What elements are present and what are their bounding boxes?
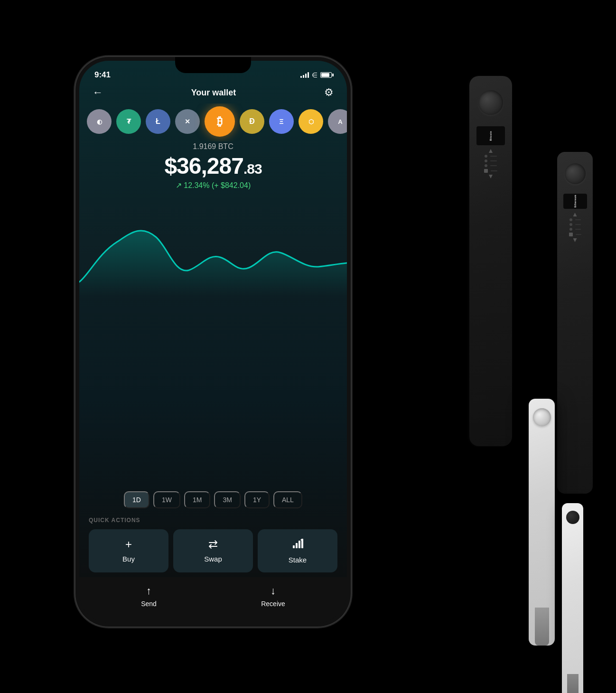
time-filter-all[interactable]: ALL bbox=[273, 491, 302, 508]
hw-icon-row-3 bbox=[485, 159, 497, 162]
stake-icon bbox=[292, 538, 303, 552]
hw-sec-up-icon bbox=[573, 213, 577, 216]
ledger-nano-white bbox=[529, 399, 555, 646]
hw-sec-line-1 bbox=[575, 219, 581, 220]
hw-sec-plus-icon bbox=[569, 233, 573, 236]
bottom-bar: ↑ Send ↓ Receive bbox=[79, 577, 347, 623]
time-filters: 1D 1W 1M 3M 1Y ALL bbox=[79, 487, 347, 515]
hw-icon-row-4 bbox=[485, 164, 497, 167]
hw-icons-grid bbox=[484, 149, 497, 178]
signal-icon bbox=[300, 72, 309, 78]
hw-sec-row-5 bbox=[569, 233, 581, 236]
phone: 9:41 ∈ ← Your wallet bbox=[75, 57, 351, 627]
svg-rect-3 bbox=[301, 539, 303, 548]
usd-cents: .83 bbox=[243, 161, 262, 177]
settings-button[interactable]: ⚙ bbox=[324, 86, 334, 99]
hw-screen-text: Bitcoin bbox=[489, 131, 492, 140]
hw-sec-dot-3 bbox=[569, 228, 572, 231]
time-filter-1w[interactable]: 1W bbox=[153, 491, 180, 508]
buy-button[interactable]: + Buy bbox=[89, 529, 168, 572]
coin-item-litecoin[interactable]: Ł bbox=[146, 109, 170, 134]
coin-item-tether[interactable]: ₮ bbox=[116, 109, 141, 134]
hw-dot-2 bbox=[485, 159, 487, 162]
quick-actions-section: QUICK ACTIONS + Buy ⇄ Swap bbox=[79, 515, 347, 577]
hw-down-icon bbox=[489, 175, 493, 178]
hw-sec-line-4 bbox=[576, 234, 581, 235]
hw-icon-row-2 bbox=[485, 155, 497, 158]
coin-item-xrp[interactable]: ✕ bbox=[175, 109, 200, 134]
hw-sec-line-3 bbox=[575, 229, 581, 230]
svg-rect-0 bbox=[293, 545, 295, 548]
hw-dot-1 bbox=[485, 155, 487, 158]
swap-button[interactable]: ⇄ Swap bbox=[173, 529, 253, 572]
hw-sec-dot-2 bbox=[569, 223, 572, 226]
ledger-nano-x-secondary: Ethereum bbox=[557, 152, 593, 494]
coin-item-bitcoin[interactable]: ₿ bbox=[205, 106, 235, 137]
swap-label: Swap bbox=[204, 555, 222, 563]
hw-secondary-button[interactable] bbox=[565, 163, 586, 184]
receive-button[interactable]: ↓ Receive bbox=[261, 585, 285, 608]
balance-change: ↗ 12.34% (+ $842.04) bbox=[89, 181, 337, 190]
hw-nano2-connector bbox=[567, 674, 579, 693]
send-label: Send bbox=[141, 600, 157, 608]
hw-line-4 bbox=[491, 170, 497, 171]
hw-line-2 bbox=[490, 160, 497, 161]
coin-row: ◐ ₮ Ł ✕ ₿ Ð Ξ ⬡ A bbox=[79, 103, 347, 141]
hw-sec-line-2 bbox=[575, 224, 581, 225]
send-button[interactable]: ↑ Send bbox=[141, 585, 157, 608]
hw-nano-connector bbox=[535, 608, 549, 646]
coin-item-ethereum[interactable]: Ξ bbox=[269, 109, 294, 134]
phone-screen: 9:41 ∈ ← Your wallet bbox=[79, 61, 347, 623]
battery-icon bbox=[320, 72, 332, 78]
hw-main-button[interactable] bbox=[478, 90, 503, 115]
hw-sec-dot-1 bbox=[569, 218, 572, 221]
btc-balance: 1.9169 BTC bbox=[89, 142, 337, 151]
time-filter-3m[interactable]: 3M bbox=[214, 491, 240, 508]
coin-item-bnb[interactable]: ⬡ bbox=[299, 109, 323, 134]
hw-nano2-button[interactable] bbox=[566, 511, 579, 524]
receive-label: Receive bbox=[261, 600, 285, 608]
hw-sec-row-4 bbox=[569, 228, 581, 231]
time-filter-1m[interactable]: 1M bbox=[184, 491, 210, 508]
time-filter-1d[interactable]: 1D bbox=[124, 491, 149, 508]
hw-sec-row-6 bbox=[573, 238, 577, 242]
price-chart bbox=[79, 201, 347, 296]
time-filter-1y[interactable]: 1Y bbox=[244, 491, 270, 508]
coin-item-partial[interactable]: ◐ bbox=[87, 109, 112, 134]
scene: 9:41 ∈ ← Your wallet bbox=[47, 38, 569, 655]
stake-button[interactable]: Stake bbox=[258, 529, 337, 572]
buy-label: Buy bbox=[122, 555, 135, 563]
buy-icon: + bbox=[125, 538, 132, 551]
hw-icon-row-1 bbox=[489, 149, 493, 153]
hw-secondary-screen: Ethereum bbox=[563, 194, 587, 209]
hw-sec-row-2 bbox=[569, 218, 581, 221]
ledger-nano-x-main: Bitcoin bbox=[469, 76, 512, 446]
hw-secondary-screen-text: Ethereum bbox=[574, 195, 577, 207]
hw-line-1 bbox=[490, 156, 497, 157]
send-icon: ↑ bbox=[146, 585, 151, 597]
stake-label: Stake bbox=[289, 556, 307, 564]
coin-item-algo[interactable]: A bbox=[328, 109, 347, 134]
hw-dot-3 bbox=[485, 164, 487, 167]
status-icons: ∈ bbox=[300, 71, 332, 79]
ledger-nano-small bbox=[562, 503, 583, 693]
svg-rect-2 bbox=[299, 541, 300, 548]
hw-plus-icon bbox=[484, 169, 488, 173]
svg-rect-1 bbox=[296, 543, 298, 548]
phone-notch bbox=[175, 57, 251, 73]
hw-sec-row-1 bbox=[573, 213, 577, 216]
usd-main: $36,287 bbox=[164, 153, 243, 178]
hw-secondary-icons bbox=[569, 213, 581, 242]
hw-icon-row-6 bbox=[489, 175, 493, 178]
hw-sec-down-icon bbox=[573, 238, 577, 242]
back-button[interactable]: ← bbox=[93, 86, 103, 99]
usd-balance: $36,287.83 bbox=[89, 153, 337, 179]
hw-main-screen: Bitcoin bbox=[476, 126, 505, 145]
page-title: Your wallet bbox=[191, 88, 236, 98]
hw-sec-row-3 bbox=[569, 223, 581, 226]
chart-area bbox=[79, 197, 347, 487]
hw-icon-row-5 bbox=[484, 169, 497, 173]
coin-item-doge[interactable]: Ð bbox=[240, 109, 264, 134]
hw-nano-button[interactable] bbox=[533, 408, 551, 426]
swap-icon: ⇄ bbox=[208, 538, 218, 551]
